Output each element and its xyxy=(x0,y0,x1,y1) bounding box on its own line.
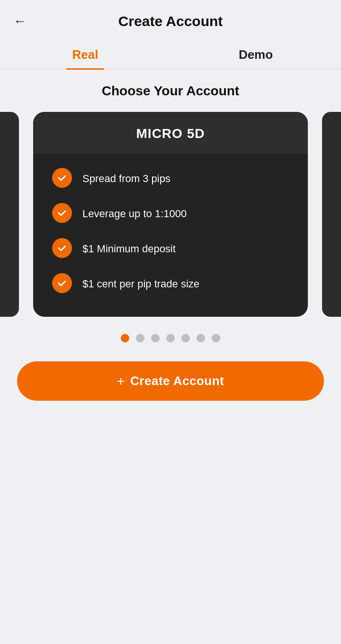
header: ← Create Account xyxy=(0,0,341,39)
dot-3[interactable] xyxy=(151,334,160,342)
check-icon-2 xyxy=(52,203,72,223)
tabs-bar: Real Demo xyxy=(0,39,341,69)
feature-text-4: $1 cent per pip trade size xyxy=(82,273,199,291)
page-title: Create Account xyxy=(118,13,223,29)
feature-item: Leverage up to 1:1000 xyxy=(52,203,289,223)
dot-7[interactable] xyxy=(212,334,220,342)
account-card: MICRO 5D Spread from 3 pips Leverage up … xyxy=(33,112,308,317)
feature-item: $1 Minimum deposit xyxy=(52,238,289,258)
dot-1[interactable] xyxy=(121,334,129,342)
side-card-right xyxy=(322,112,341,317)
create-account-label: Create Account xyxy=(130,374,224,388)
back-icon: ← xyxy=(13,14,27,28)
card-features: Spread from 3 pips Leverage up to 1:1000… xyxy=(33,154,308,298)
plus-icon: + xyxy=(117,375,125,388)
check-icon-4 xyxy=(52,273,72,293)
card-container: MICRO 5D Spread from 3 pips Leverage up … xyxy=(0,112,341,317)
side-card-left xyxy=(0,112,19,317)
tab-demo[interactable]: Demo xyxy=(170,39,341,69)
feature-item: Spread from 3 pips xyxy=(52,168,289,188)
pagination-dots xyxy=(0,334,341,342)
create-account-button[interactable]: + Create Account xyxy=(17,361,324,401)
card-title: MICRO 5D xyxy=(136,126,205,141)
dot-2[interactable] xyxy=(136,334,144,342)
cta-wrapper: + Create Account xyxy=(0,361,341,423)
card-header: MICRO 5D xyxy=(33,112,308,154)
dot-4[interactable] xyxy=(166,334,175,342)
check-icon-3 xyxy=(52,238,72,258)
feature-item: $1 cent per pip trade size xyxy=(52,273,289,293)
feature-text-2: Leverage up to 1:1000 xyxy=(82,203,187,221)
dot-5[interactable] xyxy=(181,334,190,342)
feature-text-1: Spread from 3 pips xyxy=(82,168,170,186)
tab-real[interactable]: Real xyxy=(0,39,170,69)
dot-6[interactable] xyxy=(197,334,205,342)
section-title: Choose Your Account xyxy=(0,83,341,99)
check-icon-1 xyxy=(52,168,72,188)
back-button[interactable]: ← xyxy=(13,15,27,28)
feature-text-3: $1 Minimum deposit xyxy=(82,238,176,256)
